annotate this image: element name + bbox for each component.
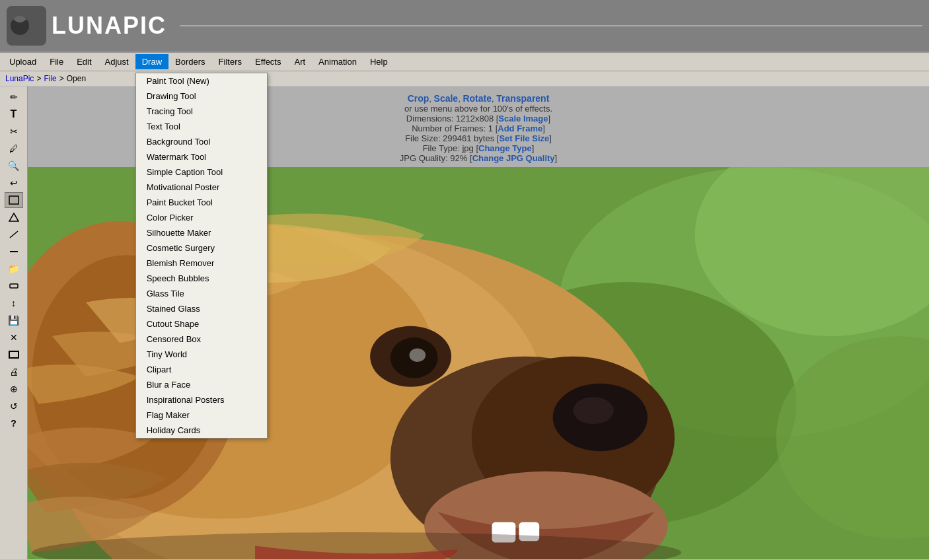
tool-folder[interactable]: 📁 bbox=[5, 261, 23, 277]
svg-marker-3 bbox=[9, 213, 19, 221]
logo-area: LUNAPIC bbox=[7, 6, 167, 46]
sidebar: ✏ T ✂ 🖊 🔍 ↩ 📁 ↕ 💾 ✕ 🖨 ⊕ ↺ ? bbox=[0, 87, 28, 559]
tool-help[interactable]: ? bbox=[5, 415, 23, 431]
tool-pencil[interactable]: ✏ bbox=[5, 89, 23, 105]
draw-menu-item-12[interactable]: Blemish Remover bbox=[136, 256, 267, 271]
svg-point-22 bbox=[410, 348, 426, 361]
tool-scissors[interactable]: ✂ bbox=[5, 123, 23, 139]
menu-edit[interactable]: Edit bbox=[70, 54, 98, 69]
draw-menu-item-2[interactable]: Tracing Tool bbox=[136, 104, 267, 119]
tool-border[interactable] bbox=[5, 347, 23, 363]
menu-draw[interactable]: Draw bbox=[135, 54, 168, 69]
rotate-link[interactable]: Rotate bbox=[463, 93, 492, 104]
svg-point-19 bbox=[573, 397, 613, 424]
draw-dropdown: Paint Tool (New)Drawing ToolTracing Tool… bbox=[135, 73, 268, 438]
menu-file[interactable]: File bbox=[43, 54, 70, 69]
draw-menu-item-20[interactable]: Blur a Face bbox=[136, 377, 267, 392]
transparent-link[interactable]: Transparent bbox=[496, 93, 549, 104]
draw-menu-item-9[interactable]: Color Picker bbox=[136, 210, 267, 225]
draw-menu-item-14[interactable]: Glass Tile bbox=[136, 286, 267, 301]
draw-menu-item-23[interactable]: Holiday Cards bbox=[136, 423, 267, 438]
draw-menu-item-22[interactable]: Flag Maker bbox=[136, 407, 267, 423]
tool-zoom[interactable]: 🔍 bbox=[5, 158, 23, 174]
app-header: LUNAPIC bbox=[0, 0, 929, 53]
tool-pen[interactable]: 🖊 bbox=[5, 141, 23, 157]
draw-menu-item-10[interactable]: Silhouette Maker bbox=[136, 225, 267, 240]
logo-text: LUNAPIC bbox=[52, 12, 167, 40]
change-type-link[interactable]: Change Type bbox=[478, 143, 532, 153]
draw-menu-item-18[interactable]: Tiny World bbox=[136, 347, 267, 362]
breadcrumb-lunapic[interactable]: LunaPic bbox=[5, 74, 34, 83]
set-filesize-link[interactable]: Set File Size bbox=[499, 133, 549, 143]
breadcrumb-current: Open bbox=[67, 74, 86, 83]
tool-print[interactable]: 🖨 bbox=[5, 364, 23, 380]
info-quality: JPG Quality: 92% [Change JPG Quality] bbox=[400, 153, 557, 163]
draw-menu-item-16[interactable]: Cutout Shape bbox=[136, 316, 267, 332]
menu-upload[interactable]: Upload bbox=[3, 54, 43, 69]
menu-effects[interactable]: Effects bbox=[248, 54, 288, 69]
svg-rect-7 bbox=[9, 351, 19, 358]
tool-line[interactable] bbox=[5, 227, 23, 242]
draw-menu-item-6[interactable]: Simple Caption Tool bbox=[136, 164, 267, 180]
tool-shape[interactable] bbox=[5, 209, 23, 225]
tool-save[interactable]: 💾 bbox=[5, 312, 23, 328]
crop-link[interactable]: Crop bbox=[408, 93, 429, 104]
draw-menu-item-3[interactable]: Text Tool bbox=[136, 119, 267, 134]
tool-eraser[interactable] bbox=[5, 278, 23, 294]
logo-icon bbox=[7, 6, 46, 46]
draw-menu-item-13[interactable]: Speech Bubbles bbox=[136, 271, 267, 286]
info-panel: Crop, Scale, Rotate, Transparent or use … bbox=[400, 87, 557, 167]
draw-menu-item-15[interactable]: Stained Glass bbox=[136, 301, 267, 316]
breadcrumb-file[interactable]: File bbox=[44, 74, 56, 83]
draw-menu-item-21[interactable]: Inspirational Posters bbox=[136, 392, 267, 407]
tool-select-rect[interactable] bbox=[5, 192, 23, 208]
add-frame-link[interactable]: Add Frame bbox=[498, 123, 542, 133]
header-divider bbox=[180, 25, 922, 26]
draw-menu-item-4[interactable]: Background Tool bbox=[136, 134, 267, 149]
draw-menu-item-8[interactable]: Paint Bucket Tool bbox=[136, 195, 267, 210]
info-title: Crop, Scale, Rotate, Transparent bbox=[400, 93, 557, 104]
info-filetype: File Type: jpg [Change Type] bbox=[400, 143, 557, 153]
svg-line-4 bbox=[10, 231, 18, 238]
draw-menu-item-19[interactable]: Clipart bbox=[136, 362, 267, 377]
tool-hline[interactable] bbox=[5, 244, 23, 260]
tool-text[interactable]: T bbox=[5, 106, 23, 122]
menu-borders[interactable]: Borders bbox=[168, 54, 212, 69]
tool-add[interactable]: ⊕ bbox=[5, 381, 23, 397]
menu-adjust[interactable]: Adjust bbox=[98, 54, 135, 69]
draw-menu-item-17[interactable]: Censored Box bbox=[136, 332, 267, 347]
info-filesize: File Size: 299461 bytes [Set File Size] bbox=[400, 133, 557, 143]
scale-link[interactable]: Scale bbox=[434, 93, 459, 104]
info-subtitle: or use menu above for 100's of effects. bbox=[400, 104, 557, 114]
svg-rect-2 bbox=[9, 196, 19, 204]
info-dimensions: Dimensions: 1212x808 [Scale Image] bbox=[400, 114, 557, 123]
draw-menu-item-0[interactable]: Paint Tool (New) bbox=[136, 73, 267, 88]
menu-animation[interactable]: Animation bbox=[312, 54, 363, 69]
menu-art[interactable]: Art bbox=[287, 54, 312, 69]
menu-draw-container: Draw Paint Tool (New)Drawing ToolTracing… bbox=[135, 54, 168, 69]
draw-menu-item-1[interactable]: Drawing Tool bbox=[136, 88, 267, 104]
draw-menu-item-5[interactable]: Watermark Tool bbox=[136, 149, 267, 164]
menu-help[interactable]: Help bbox=[363, 54, 394, 69]
info-frames: Number of Frames: 1 [Add Frame] bbox=[400, 123, 557, 133]
tool-rotate[interactable]: ↺ bbox=[5, 398, 23, 414]
draw-menu-item-7[interactable]: Motivational Poster bbox=[136, 180, 267, 195]
scale-image-link[interactable]: Scale Image bbox=[498, 114, 548, 123]
tool-close[interactable]: ✕ bbox=[5, 330, 23, 345]
menu-filters[interactable]: Filters bbox=[212, 54, 248, 69]
svg-rect-6 bbox=[10, 284, 18, 288]
tool-undo[interactable]: ↩ bbox=[5, 175, 23, 191]
change-quality-link[interactable]: Change JPG Quality bbox=[472, 153, 555, 163]
tool-resize[interactable]: ↕ bbox=[5, 295, 23, 311]
draw-menu-item-11[interactable]: Cosmetic Surgery bbox=[136, 240, 267, 256]
menubar: Upload File Edit Adjust Draw Paint Tool … bbox=[0, 53, 929, 71]
